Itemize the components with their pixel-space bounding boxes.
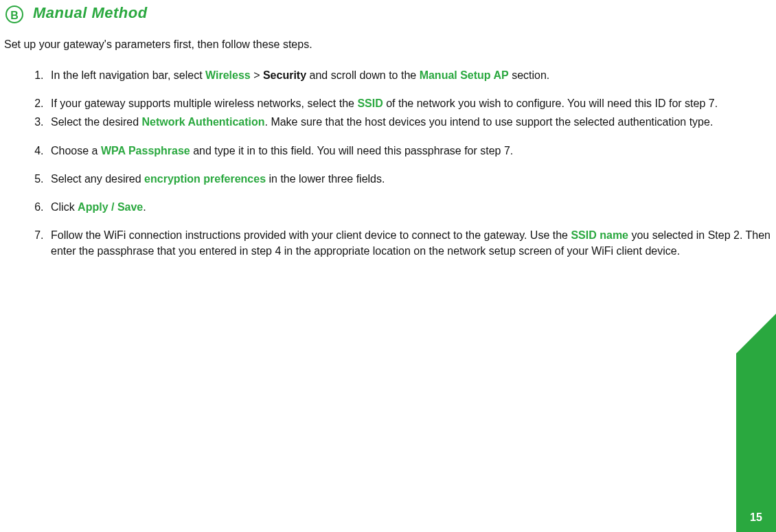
step-text: If your gateway supports multiple wirele… bbox=[51, 97, 357, 109]
step-text: Select the desired bbox=[51, 116, 142, 128]
keyword-ssid: SSID bbox=[357, 97, 383, 109]
step-text: . bbox=[143, 201, 146, 213]
step-text: and type it in to this field. You will n… bbox=[190, 145, 514, 157]
step-text: . Make sure that the host devices you in… bbox=[265, 116, 714, 128]
keyword-wireless: Wireless bbox=[205, 69, 251, 81]
step-text: Choose a bbox=[51, 145, 101, 157]
section-title: Manual Method bbox=[33, 4, 148, 22]
step-5: Select any desired encryption preference… bbox=[47, 171, 775, 187]
step-text: > bbox=[251, 69, 263, 81]
step-text: Select any desired bbox=[51, 173, 144, 185]
keyword-apply-save: Apply / Save bbox=[78, 201, 143, 213]
page-corner-decoration bbox=[736, 354, 776, 532]
step-text: In the left navigation bar, select bbox=[51, 69, 205, 81]
step-text: in the lower three fields. bbox=[266, 173, 385, 185]
keyword-encryption-preferences: encryption preferences bbox=[144, 173, 266, 185]
step-6: Click Apply / Save. bbox=[47, 199, 775, 215]
intro-text: Set up your gateway's parameters first, … bbox=[4, 38, 312, 51]
keyword-security: Security bbox=[263, 69, 306, 81]
step-4: Choose a WPA Passphrase and type it in t… bbox=[47, 143, 775, 159]
step-3: Select the desired Network Authenticatio… bbox=[47, 114, 775, 130]
keyword-manual-setup-ap: Manual Setup AP bbox=[420, 69, 509, 81]
keyword-network-authentication: Network Authentication bbox=[142, 116, 265, 128]
step-text: Click bbox=[51, 201, 78, 213]
step-2: If your gateway supports multiple wirele… bbox=[47, 95, 775, 111]
section-badge: B bbox=[5, 5, 23, 23]
step-text: Follow the WiFi connection instructions … bbox=[51, 229, 571, 241]
keyword-wpa-passphrase: WPA Passphrase bbox=[101, 145, 190, 157]
step-7: Follow the WiFi connection instructions … bbox=[47, 227, 775, 259]
step-text: section. bbox=[509, 69, 550, 81]
step-1: In the left navigation bar, select Wirel… bbox=[47, 67, 775, 83]
step-text: of the network you wish to configure. Yo… bbox=[383, 97, 718, 109]
page-number: 15 bbox=[736, 511, 776, 524]
keyword-ssid-name: SSID name bbox=[571, 229, 628, 241]
steps-list: In the left navigation bar, select Wirel… bbox=[25, 67, 775, 272]
step-text: and scroll down to the bbox=[306, 69, 420, 81]
